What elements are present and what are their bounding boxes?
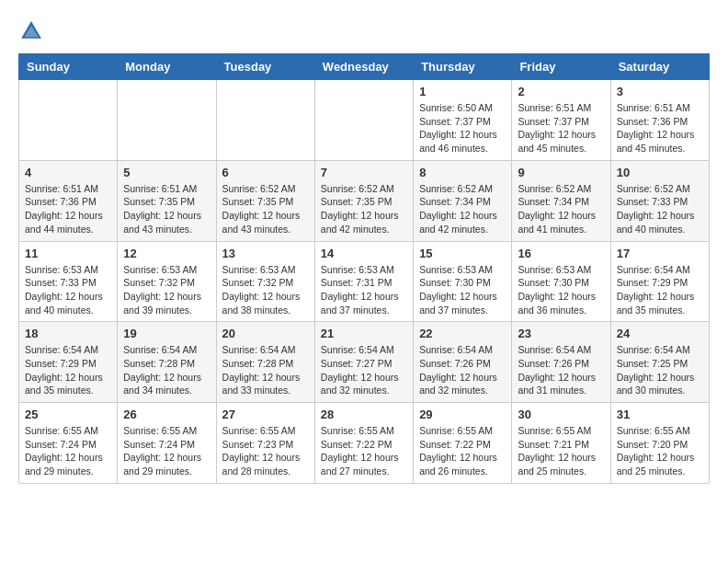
day-number: 13 bbox=[222, 247, 309, 260]
day-number: 16 bbox=[518, 247, 604, 260]
day-info: Sunrise: 6:53 AM Sunset: 7:30 PM Dayligh… bbox=[419, 263, 506, 317]
calendar-cell: 12Sunrise: 6:53 AM Sunset: 7:32 PM Dayli… bbox=[118, 241, 216, 322]
day-number: 9 bbox=[518, 166, 604, 179]
day-number: 18 bbox=[25, 327, 111, 340]
day-number: 11 bbox=[25, 247, 111, 260]
calendar-cell: 27Sunrise: 6:55 AM Sunset: 7:23 PM Dayli… bbox=[216, 403, 314, 484]
calendar-cell: 16Sunrise: 6:53 AM Sunset: 7:30 PM Dayli… bbox=[512, 241, 610, 322]
day-info: Sunrise: 6:54 AM Sunset: 7:26 PM Dayligh… bbox=[518, 343, 604, 397]
day-info: Sunrise: 6:53 AM Sunset: 7:33 PM Dayligh… bbox=[25, 263, 111, 317]
day-info: Sunrise: 6:54 AM Sunset: 7:27 PM Dayligh… bbox=[321, 343, 407, 397]
calendar-week-row: 18Sunrise: 6:54 AM Sunset: 7:29 PM Dayli… bbox=[19, 322, 710, 403]
calendar-cell: 28Sunrise: 6:55 AM Sunset: 7:22 PM Dayli… bbox=[314, 403, 413, 484]
calendar-cell: 26Sunrise: 6:55 AM Sunset: 7:24 PM Dayli… bbox=[118, 403, 216, 484]
day-info: Sunrise: 6:51 AM Sunset: 7:36 PM Dayligh… bbox=[617, 101, 703, 155]
calendar-cell: 5Sunrise: 6:51 AM Sunset: 7:35 PM Daylig… bbox=[118, 160, 216, 241]
calendar-table: SundayMondayTuesdayWednesdayThursdayFrid… bbox=[18, 53, 710, 484]
calendar-cell bbox=[216, 80, 314, 161]
weekday-header-monday: Monday bbox=[118, 54, 216, 80]
weekday-header-wednesday: Wednesday bbox=[314, 54, 413, 80]
day-number: 6 bbox=[222, 166, 309, 179]
day-info: Sunrise: 6:55 AM Sunset: 7:22 PM Dayligh… bbox=[321, 424, 407, 478]
weekday-header-thursday: Thursday bbox=[414, 54, 512, 80]
day-info: Sunrise: 6:51 AM Sunset: 7:37 PM Dayligh… bbox=[518, 101, 604, 155]
day-info: Sunrise: 6:54 AM Sunset: 7:28 PM Dayligh… bbox=[222, 343, 309, 397]
calendar-cell: 13Sunrise: 6:53 AM Sunset: 7:32 PM Dayli… bbox=[216, 241, 314, 322]
logo-icon bbox=[18, 18, 44, 44]
day-info: Sunrise: 6:53 AM Sunset: 7:32 PM Dayligh… bbox=[222, 263, 309, 317]
day-info: Sunrise: 6:54 AM Sunset: 7:29 PM Dayligh… bbox=[617, 263, 703, 317]
calendar-cell: 19Sunrise: 6:54 AM Sunset: 7:28 PM Dayli… bbox=[118, 322, 216, 403]
day-number: 4 bbox=[25, 166, 111, 179]
calendar-cell: 24Sunrise: 6:54 AM Sunset: 7:25 PM Dayli… bbox=[610, 322, 709, 403]
day-number: 29 bbox=[419, 408, 506, 421]
day-number: 7 bbox=[321, 166, 407, 179]
day-info: Sunrise: 6:54 AM Sunset: 7:28 PM Dayligh… bbox=[123, 343, 210, 397]
calendar-cell: 3Sunrise: 6:51 AM Sunset: 7:36 PM Daylig… bbox=[610, 80, 709, 161]
day-info: Sunrise: 6:52 AM Sunset: 7:35 PM Dayligh… bbox=[321, 182, 407, 236]
day-number: 10 bbox=[617, 166, 703, 179]
day-info: Sunrise: 6:54 AM Sunset: 7:25 PM Dayligh… bbox=[617, 343, 703, 397]
day-info: Sunrise: 6:52 AM Sunset: 7:34 PM Dayligh… bbox=[518, 182, 604, 236]
day-number: 20 bbox=[222, 327, 309, 340]
weekday-header-tuesday: Tuesday bbox=[216, 54, 314, 80]
day-info: Sunrise: 6:52 AM Sunset: 7:35 PM Dayligh… bbox=[222, 182, 309, 236]
calendar-header-row: SundayMondayTuesdayWednesdayThursdayFrid… bbox=[19, 54, 710, 80]
day-number: 30 bbox=[518, 408, 604, 421]
day-number: 2 bbox=[518, 85, 604, 98]
day-number: 23 bbox=[518, 327, 604, 340]
calendar-week-row: 25Sunrise: 6:55 AM Sunset: 7:24 PM Dayli… bbox=[19, 403, 710, 484]
day-number: 19 bbox=[123, 327, 210, 340]
day-info: Sunrise: 6:55 AM Sunset: 7:20 PM Dayligh… bbox=[617, 424, 703, 478]
calendar-cell: 10Sunrise: 6:52 AM Sunset: 7:33 PM Dayli… bbox=[610, 160, 709, 241]
day-number: 5 bbox=[123, 166, 210, 179]
calendar-cell: 8Sunrise: 6:52 AM Sunset: 7:34 PM Daylig… bbox=[414, 160, 512, 241]
calendar-cell: 30Sunrise: 6:55 AM Sunset: 7:21 PM Dayli… bbox=[512, 403, 610, 484]
calendar-cell: 22Sunrise: 6:54 AM Sunset: 7:26 PM Dayli… bbox=[414, 322, 512, 403]
day-info: Sunrise: 6:54 AM Sunset: 7:29 PM Dayligh… bbox=[25, 343, 111, 397]
day-number: 14 bbox=[321, 247, 407, 260]
calendar-cell: 2Sunrise: 6:51 AM Sunset: 7:37 PM Daylig… bbox=[512, 80, 610, 161]
weekday-header-sunday: Sunday bbox=[19, 54, 118, 80]
calendar-cell: 9Sunrise: 6:52 AM Sunset: 7:34 PM Daylig… bbox=[512, 160, 610, 241]
day-info: Sunrise: 6:53 AM Sunset: 7:32 PM Dayligh… bbox=[123, 263, 210, 317]
day-info: Sunrise: 6:55 AM Sunset: 7:24 PM Dayligh… bbox=[25, 424, 111, 478]
day-number: 21 bbox=[321, 327, 407, 340]
day-number: 8 bbox=[419, 166, 506, 179]
calendar-cell: 29Sunrise: 6:55 AM Sunset: 7:22 PM Dayli… bbox=[414, 403, 512, 484]
day-info: Sunrise: 6:54 AM Sunset: 7:26 PM Dayligh… bbox=[419, 343, 506, 397]
day-number: 1 bbox=[419, 85, 506, 98]
day-number: 28 bbox=[321, 408, 407, 421]
day-number: 17 bbox=[617, 247, 703, 260]
calendar-cell: 25Sunrise: 6:55 AM Sunset: 7:24 PM Dayli… bbox=[19, 403, 118, 484]
day-info: Sunrise: 6:52 AM Sunset: 7:34 PM Dayligh… bbox=[419, 182, 506, 236]
calendar-cell: 23Sunrise: 6:54 AM Sunset: 7:26 PM Dayli… bbox=[512, 322, 610, 403]
day-number: 26 bbox=[123, 408, 210, 421]
day-info: Sunrise: 6:51 AM Sunset: 7:35 PM Dayligh… bbox=[123, 182, 210, 236]
calendar-cell: 4Sunrise: 6:51 AM Sunset: 7:36 PM Daylig… bbox=[19, 160, 118, 241]
calendar-cell: 1Sunrise: 6:50 AM Sunset: 7:37 PM Daylig… bbox=[414, 80, 512, 161]
calendar-cell: 6Sunrise: 6:52 AM Sunset: 7:35 PM Daylig… bbox=[216, 160, 314, 241]
calendar-week-row: 1Sunrise: 6:50 AM Sunset: 7:37 PM Daylig… bbox=[19, 80, 710, 161]
calendar-cell: 17Sunrise: 6:54 AM Sunset: 7:29 PM Dayli… bbox=[610, 241, 709, 322]
calendar-cell: 21Sunrise: 6:54 AM Sunset: 7:27 PM Dayli… bbox=[314, 322, 413, 403]
logo bbox=[18, 18, 48, 44]
day-number: 25 bbox=[25, 408, 111, 421]
weekday-header-saturday: Saturday bbox=[610, 54, 709, 80]
day-info: Sunrise: 6:55 AM Sunset: 7:23 PM Dayligh… bbox=[222, 424, 309, 478]
day-number: 3 bbox=[617, 85, 703, 98]
calendar-cell: 31Sunrise: 6:55 AM Sunset: 7:20 PM Dayli… bbox=[610, 403, 709, 484]
day-info: Sunrise: 6:51 AM Sunset: 7:36 PM Dayligh… bbox=[25, 182, 111, 236]
calendar-cell: 20Sunrise: 6:54 AM Sunset: 7:28 PM Dayli… bbox=[216, 322, 314, 403]
weekday-header-friday: Friday bbox=[512, 54, 610, 80]
day-info: Sunrise: 6:55 AM Sunset: 7:22 PM Dayligh… bbox=[419, 424, 506, 478]
calendar-week-row: 4Sunrise: 6:51 AM Sunset: 7:36 PM Daylig… bbox=[19, 160, 710, 241]
day-info: Sunrise: 6:50 AM Sunset: 7:37 PM Dayligh… bbox=[419, 101, 506, 155]
day-info: Sunrise: 6:55 AM Sunset: 7:21 PM Dayligh… bbox=[518, 424, 604, 478]
calendar-cell bbox=[19, 80, 118, 161]
calendar-cell: 7Sunrise: 6:52 AM Sunset: 7:35 PM Daylig… bbox=[314, 160, 413, 241]
day-info: Sunrise: 6:52 AM Sunset: 7:33 PM Dayligh… bbox=[617, 182, 703, 236]
calendar-cell: 15Sunrise: 6:53 AM Sunset: 7:30 PM Dayli… bbox=[414, 241, 512, 322]
calendar-week-row: 11Sunrise: 6:53 AM Sunset: 7:33 PM Dayli… bbox=[19, 241, 710, 322]
calendar-cell bbox=[118, 80, 216, 161]
